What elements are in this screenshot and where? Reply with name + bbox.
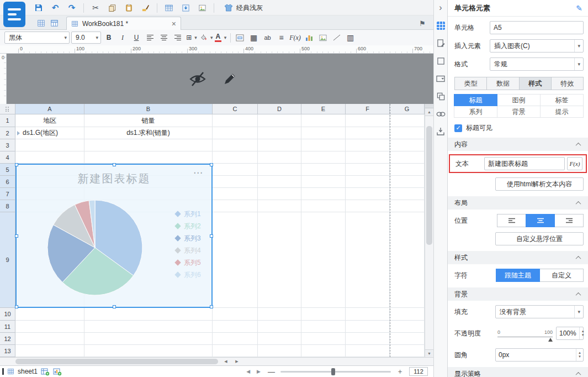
row-header-1[interactable]: 1 [0, 114, 15, 127]
spreadsheet-grid[interactable]: ABCDEFG12345678910111213地区销量ds1.G(地区)ds1… [0, 104, 433, 357]
cell-A13[interactable] [15, 345, 84, 357]
cell-F12[interactable] [346, 333, 390, 345]
subtab-legend[interactable]: 图例 [497, 94, 541, 106]
cell-B13[interactable] [84, 345, 213, 357]
cell-E7[interactable] [301, 188, 346, 200]
cell-G2[interactable] [390, 127, 425, 139]
cell-B10[interactable] [84, 308, 213, 321]
cell-D5[interactable] [258, 164, 301, 176]
merge-cells-button[interactable] [234, 32, 246, 44]
float-element-panel-icon[interactable] [435, 38, 446, 49]
opacity-slider-track[interactable] [497, 337, 553, 337]
cell-G3[interactable] [390, 139, 425, 151]
cell-D13[interactable] [258, 345, 301, 357]
new-grid-sheet-icon[interactable] [34, 17, 47, 29]
cell-C10[interactable] [213, 308, 258, 321]
italic-button[interactable]: I [116, 32, 129, 44]
tab-effects[interactable]: 特效 [551, 77, 584, 90]
insert-picture-button[interactable] [317, 32, 329, 44]
cell-D6[interactable] [258, 176, 301, 188]
cell-A10[interactable] [15, 308, 84, 321]
custom-char-button[interactable]: 自定义 [539, 269, 584, 282]
paste-button[interactable] [122, 2, 135, 14]
tab-style[interactable]: 样式 [519, 77, 552, 90]
subtab-title[interactable]: 标题 [454, 94, 497, 106]
bold-button[interactable]: B [103, 32, 115, 44]
cell-G12[interactable] [390, 333, 425, 345]
row-header-10[interactable]: 10 [0, 308, 15, 321]
next-sheet-icon[interactable]: ▶ [255, 369, 262, 374]
cell-D9[interactable] [258, 212, 301, 308]
subtab-label[interactable]: 标签 [540, 94, 584, 106]
hide-parameter-icon[interactable] [188, 71, 208, 87]
align-left-button[interactable] [144, 32, 156, 44]
cell-element-panel-icon[interactable] [435, 20, 446, 31]
copy-button[interactable] [105, 2, 119, 14]
save-button[interactable] [32, 2, 45, 14]
cell-D11[interactable] [258, 321, 301, 333]
row-header-6[interactable]: 6 [0, 176, 15, 188]
cell-C1[interactable] [213, 114, 258, 127]
cell-E1[interactable] [301, 114, 346, 127]
prev-sheet-icon[interactable]: ◀ [245, 369, 252, 374]
vscroll-thumb[interactable] [426, 126, 432, 245]
parameter-pane[interactable]: 0 [0, 54, 433, 104]
cell-G8[interactable] [390, 200, 425, 212]
table-select-button[interactable] [162, 2, 176, 14]
spin-down-icon[interactable]: ▼ [580, 333, 586, 337]
cell-B12[interactable] [84, 333, 213, 345]
cell-A3[interactable] [15, 139, 84, 151]
cell-C11[interactable] [213, 321, 258, 333]
row-header-12[interactable]: 12 [0, 333, 15, 345]
section-display-strategy[interactable]: 显示策略 [448, 367, 588, 377]
insert-element-select[interactable]: 插入图表(C) ▾ [490, 39, 584, 53]
align-center-button[interactable] [158, 32, 170, 44]
font-family-select[interactable]: 黑体 ▾ [4, 32, 70, 44]
cell-F9[interactable] [346, 212, 390, 308]
redo-button[interactable]: ↷ [65, 2, 78, 14]
section-background[interactable]: 背景 [448, 287, 588, 301]
cell-D10[interactable] [258, 308, 301, 321]
col-header-C[interactable]: C [213, 104, 258, 114]
cell-C2[interactable] [213, 127, 258, 139]
selection-handle[interactable] [210, 234, 213, 238]
row-header-3[interactable]: 3 [0, 139, 15, 151]
cell-E3[interactable] [301, 139, 346, 151]
selection-handle[interactable] [15, 234, 18, 238]
cell-F1[interactable] [346, 114, 390, 127]
borders-button[interactable]: ⊞▾ [186, 32, 198, 44]
fill-select[interactable]: 没有背景 ▾ [495, 305, 584, 318]
cell-A4[interactable] [15, 151, 84, 164]
row-header-2[interactable]: 2 [0, 127, 15, 139]
insert-chart-button[interactable] [303, 32, 315, 44]
row-header-7[interactable]: 7 [0, 188, 15, 200]
custom-float-button[interactable]: 自定义悬浮位置 [495, 232, 584, 245]
cell-C12[interactable] [213, 333, 258, 345]
zoom-slider[interactable] [280, 371, 391, 373]
title-align-right-button[interactable] [554, 214, 584, 227]
justify-button[interactable]: ≡ [276, 32, 288, 44]
horizontal-scrollbar[interactable]: ◀ ▶ [0, 357, 433, 365]
undo-button[interactable]: ↶ [49, 2, 62, 14]
title-text-input[interactable] [484, 157, 565, 170]
cell-C4[interactable] [213, 151, 258, 164]
cell-E9[interactable] [301, 212, 346, 308]
cell-A12[interactable] [15, 333, 84, 345]
cell-A1[interactable]: 地区 [15, 114, 84, 127]
cell-G6[interactable] [390, 176, 425, 188]
section-content[interactable]: 内容 [448, 138, 588, 151]
selection-handle[interactable] [113, 305, 116, 308]
selection-handle[interactable] [15, 305, 18, 308]
selection-handle[interactable] [113, 163, 116, 166]
cell-C9[interactable] [213, 212, 258, 308]
insert-widget-button[interactable] [179, 2, 192, 14]
row-header-11[interactable]: 11 [0, 321, 15, 333]
cell-F8[interactable] [346, 200, 390, 212]
zoom-in-button[interactable]: ＋ [394, 366, 406, 376]
collapse-panel-icon[interactable]: › [435, 2, 446, 13]
section-style[interactable]: 样式 [448, 251, 588, 264]
cut-button[interactable]: ✂ [89, 2, 102, 14]
selection-handle[interactable] [210, 305, 213, 308]
cell-E8[interactable] [301, 200, 346, 212]
scroll-left-icon[interactable]: ◀ [221, 358, 231, 365]
